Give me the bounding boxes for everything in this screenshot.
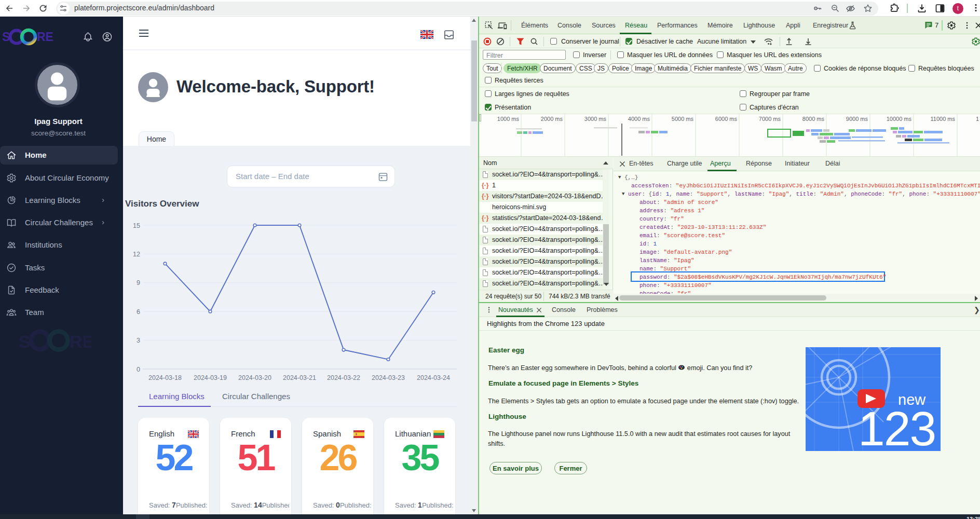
svg-text:6000 ms: 6000 ms — [715, 116, 738, 122]
svg-text:1000 ms: 1000 ms — [497, 116, 520, 122]
svg-text:2024-03-22: 2024-03-22 — [327, 374, 360, 381]
svg-text:3: 3 — [137, 337, 140, 344]
svg-text:9000 ms: 9000 ms — [846, 116, 868, 122]
svg-text:S: S — [19, 332, 31, 351]
svg-text:2024-03-23: 2024-03-23 — [372, 374, 405, 381]
svg-text:10000 ms: 10000 ms — [887, 116, 912, 122]
svg-text:RE: RE — [37, 30, 53, 44]
svg-text:2000 ms: 2000 ms — [541, 116, 563, 122]
svg-text:6: 6 — [137, 308, 140, 316]
svg-text:12: 12 — [133, 251, 140, 258]
svg-text:2024-03-18: 2024-03-18 — [148, 374, 182, 381]
svg-text:15: 15 — [133, 222, 140, 229]
svg-text:4000 ms: 4000 ms — [628, 116, 650, 122]
svg-text:2024-03-19: 2024-03-19 — [194, 374, 227, 381]
svg-text:7000 ms: 7000 ms — [759, 116, 781, 122]
svg-text:11000 ms: 11000 ms — [931, 116, 956, 122]
svg-text:2024-03-24: 2024-03-24 — [417, 374, 450, 381]
svg-text:2024-03-21: 2024-03-21 — [283, 374, 316, 381]
svg-text:RE: RE — [70, 332, 91, 351]
svg-text:2024-03-20: 2024-03-20 — [238, 374, 271, 381]
svg-text:5000 ms: 5000 ms — [672, 116, 694, 122]
svg-text:0: 0 — [137, 366, 140, 373]
svg-text:8000 ms: 8000 ms — [802, 116, 825, 122]
svg-text:123: 123 — [858, 402, 935, 451]
svg-text:1: 1 — [976, 116, 979, 122]
svg-text:9: 9 — [137, 279, 140, 286]
svg-text:3000 ms: 3000 ms — [584, 116, 607, 122]
